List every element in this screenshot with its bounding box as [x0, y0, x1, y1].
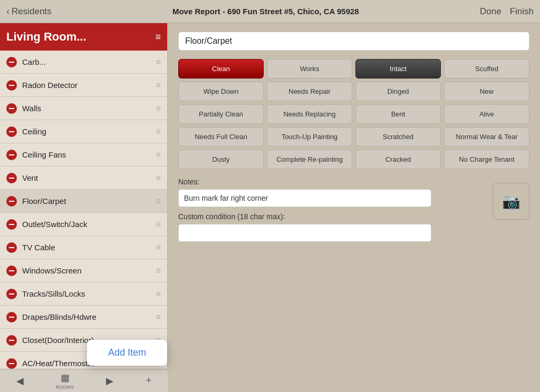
condition-btn-dinged[interactable]: Dinged	[355, 82, 441, 101]
done-button[interactable]: Done	[480, 6, 502, 17]
add-item-popup[interactable]: Add Item	[87, 340, 167, 366]
drag-handle-drapes: ≡	[156, 313, 161, 321]
sidebar-item-ceiling[interactable]: Ceiling ≡	[0, 120, 167, 143]
sidebar-item-ceiling-fans[interactable]: Ceiling Fans ≡	[0, 143, 167, 166]
top-bar: ‹ Residents Move Report - 690 Fun Street…	[0, 0, 540, 23]
drag-handle-radon: ≡	[156, 81, 161, 90]
condition-btn-needs-repair[interactable]: Needs Repair	[267, 82, 352, 101]
back-label[interactable]: Residents	[12, 6, 52, 17]
sidebar-label-walls: Walls	[22, 104, 151, 113]
page-title: Move Report - 690 Fun Street #5, Chico, …	[172, 7, 359, 16]
sidebar-item-radon[interactable]: Radon Detector ≡	[0, 74, 167, 97]
add-item-label[interactable]: Add Item	[108, 347, 146, 358]
drag-handle-carbon: ≡	[156, 58, 161, 66]
notes-input[interactable]	[178, 189, 431, 207]
sidebar-menu-icon: ≡	[155, 32, 161, 43]
content-area: CleanWorksIntactScuffedWipe DownNeeds Re…	[168, 23, 540, 392]
condition-btn-complete-repainting[interactable]: Complete Re-painting	[267, 150, 352, 169]
condition-btn-wipe-down[interactable]: Wipe Down	[178, 82, 264, 101]
condition-btn-touch-up-painting[interactable]: Touch-Up Painting	[267, 127, 352, 146]
condition-btn-partially-clean[interactable]: Partially Clean	[178, 104, 264, 124]
sidebar-item-walls[interactable]: Walls ≡	[0, 97, 167, 120]
remove-btn-windows[interactable]	[6, 266, 17, 276]
add-item-button[interactable]: +	[146, 375, 152, 386]
condition-btn-scuffed[interactable]: Scuffed	[444, 59, 529, 79]
drag-handle-outlet: ≡	[156, 220, 161, 229]
condition-btn-works[interactable]: Works	[267, 59, 352, 79]
sidebar-item-carbon[interactable]: Carb... ≡	[0, 51, 167, 74]
remove-btn-tracks[interactable]	[6, 289, 17, 299]
top-bar-actions: Done Finish	[480, 6, 534, 17]
camera-icon: 📷	[502, 193, 520, 210]
sidebar-label-outlet: Outlet/Switch/Jack	[22, 220, 151, 229]
add-icon: +	[146, 375, 152, 386]
sidebar-label-windows: Windows/Screen	[22, 266, 151, 275]
sidebar-label-radon: Radon Detector	[22, 81, 151, 90]
remove-btn-closet[interactable]	[6, 335, 17, 346]
sidebar: Living Room... ≡ Carb... ≡ Radon Detecto…	[0, 23, 168, 392]
remove-btn-floor-carpet[interactable]	[6, 196, 17, 207]
remove-btn-carbon[interactable]	[6, 57, 17, 67]
condition-btn-bent[interactable]: Bent	[355, 104, 441, 124]
remove-btn-radon[interactable]	[6, 80, 17, 91]
sidebar-title: Living Room...	[6, 30, 86, 44]
condition-btn-needs-replacing[interactable]: Needs Replacing	[267, 104, 352, 124]
sidebar-label-ceiling: Ceiling	[22, 127, 151, 136]
sidebar-item-floor-carpet[interactable]: Floor/Carpet ≡	[0, 190, 167, 213]
condition-btn-clean[interactable]: Clean	[178, 59, 264, 79]
finish-button[interactable]: Finish	[510, 6, 534, 17]
condition-btn-dusty[interactable]: Dusty	[178, 150, 264, 169]
condition-btn-normal-wear[interactable]: Normal Wear & Tear	[444, 127, 529, 146]
section-title-input[interactable]	[178, 32, 529, 51]
remove-btn-tv-cable[interactable]	[6, 242, 17, 253]
drag-handle-floor-carpet: ≡	[156, 197, 161, 205]
sidebar-item-tv-cable[interactable]: TV Cable ≡	[0, 236, 167, 259]
drag-handle-tracks: ≡	[156, 290, 161, 298]
drag-handle-vent: ≡	[156, 174, 161, 182]
bottom-bar: ◀ ▦ ROOMS ▶ +	[0, 369, 168, 392]
remove-btn-ceiling-fans[interactable]	[6, 150, 17, 160]
remove-btn-walls[interactable]	[6, 103, 17, 114]
back-button[interactable]: ◀	[16, 375, 24, 387]
sidebar-item-tracks[interactable]: Tracks/Sills/Locks ≡	[0, 282, 167, 306]
forward-button[interactable]: ▶	[106, 375, 113, 387]
sidebar-label-vent: Vent	[22, 173, 151, 182]
sidebar-label-ceiling-fans: Ceiling Fans	[22, 150, 151, 159]
rooms-button[interactable]: ▦ ROOMS	[56, 372, 74, 390]
rooms-icon: ▦	[61, 372, 70, 384]
back-nav[interactable]: ‹ Residents	[6, 6, 52, 17]
sidebar-header: Living Room... ≡	[0, 23, 167, 51]
drag-handle-windows: ≡	[156, 267, 161, 275]
sidebar-label-tv-cable: TV Cable	[22, 243, 151, 252]
remove-btn-ac[interactable]	[6, 358, 17, 369]
sidebar-label-drapes: Drapes/Blinds/Hdwre	[22, 312, 151, 321]
sidebar-item-outlet[interactable]: Outlet/Switch/Jack ≡	[0, 213, 167, 236]
sidebar-label-floor-carpet: Floor/Carpet	[22, 197, 151, 205]
drag-handle-tv-cable: ≡	[156, 243, 161, 252]
camera-button[interactable]: 📷	[493, 183, 529, 220]
main-layout: Living Room... ≡ Carb... ≡ Radon Detecto…	[0, 23, 540, 392]
sidebar-item-windows[interactable]: Windows/Screen ≡	[0, 259, 167, 282]
condition-btn-cracked[interactable]: Cracked	[355, 150, 441, 169]
remove-btn-drapes[interactable]	[6, 312, 17, 322]
remove-btn-vent[interactable]	[6, 173, 17, 183]
condition-btn-needs-full-clean[interactable]: Needs Full Clean	[178, 127, 264, 146]
condition-btn-new[interactable]: New	[444, 82, 529, 101]
condition-btn-no-charge[interactable]: No Charge Tenant	[444, 150, 529, 169]
condition-button-grid: CleanWorksIntactScuffedWipe DownNeeds Re…	[178, 59, 529, 169]
custom-condition-label: Custom condition (18 char max):	[178, 212, 529, 221]
condition-btn-scratched[interactable]: Scratched	[355, 127, 441, 146]
forward-icon: ▶	[106, 375, 113, 387]
sidebar-item-drapes[interactable]: Drapes/Blinds/Hdwre ≡	[0, 306, 167, 329]
remove-btn-ceiling[interactable]	[6, 126, 17, 137]
remove-btn-outlet[interactable]	[6, 219, 17, 230]
sidebar-label-tracks: Tracks/Sills/Locks	[22, 289, 151, 298]
back-chevron-icon: ‹	[6, 6, 9, 17]
custom-condition-input[interactable]	[178, 224, 431, 242]
condition-btn-intact[interactable]: Intact	[355, 59, 441, 79]
sidebar-item-vent[interactable]: Vent ≡	[0, 166, 167, 190]
sidebar-label-carbon: Carb...	[22, 57, 151, 66]
condition-btn-alive[interactable]: Alive	[444, 104, 529, 124]
notes-label: Notes:	[178, 178, 529, 186]
drag-handle-ceiling-fans: ≡	[156, 151, 161, 159]
